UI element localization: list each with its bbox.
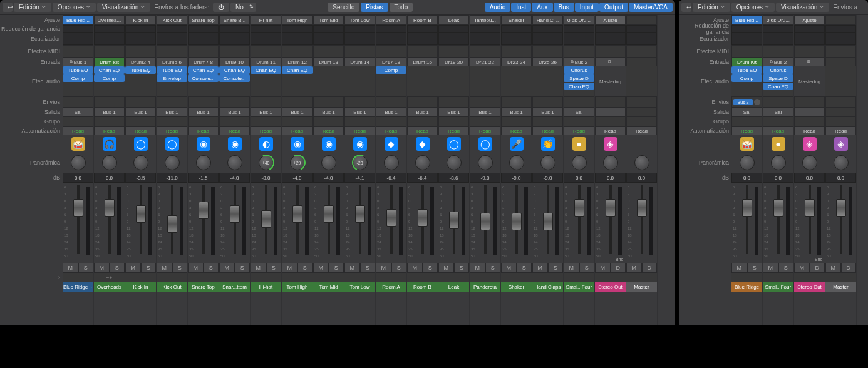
dim-button[interactable]: D <box>810 263 825 273</box>
solo-button[interactable]: S <box>485 263 501 273</box>
fader-cap[interactable] <box>73 199 83 217</box>
output-button[interactable]: Bus 1 <box>438 108 469 116</box>
eq-thumbnail[interactable] <box>344 33 375 45</box>
output-button[interactable]: Bus 1 <box>157 108 187 116</box>
output-button[interactable]: Bus 1 <box>219 108 250 116</box>
input-button[interactable]: Dr25-26 <box>532 58 563 66</box>
solo-button[interactable]: S <box>235 263 251 273</box>
dim-button[interactable]: D <box>841 263 857 273</box>
db-readout[interactable]: -9,0 <box>532 173 563 183</box>
input-button[interactable]: Drum 13 <box>313 58 344 66</box>
group-slot[interactable] <box>438 116 469 126</box>
eq-thumbnail[interactable] <box>501 33 532 45</box>
menu-edicion[interactable]: Edición ﹀ <box>693 3 730 12</box>
output-button[interactable]: Bus 1 <box>470 108 500 116</box>
pan-knob[interactable] <box>102 155 117 170</box>
view-todo[interactable]: Todo <box>390 3 413 12</box>
pan-knob[interactable] <box>572 155 587 170</box>
mute-button[interactable]: M <box>564 263 579 273</box>
midi-fx-slot[interactable] <box>825 45 856 58</box>
midi-fx-slot[interactable] <box>501 45 532 58</box>
group-slot[interactable] <box>532 116 563 126</box>
insert-slot[interactable]: Comp <box>63 74 93 82</box>
track-name[interactable]: Leak <box>438 282 469 292</box>
output-button[interactable]: Bus 1 <box>376 108 406 116</box>
db-readout[interactable]: 0,0 <box>794 173 825 183</box>
input-button[interactable]: Dr19-20 <box>438 58 469 66</box>
insert-slot[interactable]: Chan EQ <box>251 66 281 74</box>
group-slot[interactable] <box>825 116 856 126</box>
track-icon[interactable]: ◉ <box>291 137 304 151</box>
track-icon[interactable]: ◉ <box>322 137 336 151</box>
eq-thumbnail[interactable] <box>63 33 93 45</box>
sends-row[interactable] <box>282 96 313 108</box>
output-button[interactable]: Bus 1 <box>313 108 344 116</box>
fader-cap[interactable] <box>355 205 365 223</box>
group-slot[interactable] <box>731 116 762 126</box>
mute-button[interactable]: M <box>501 263 517 273</box>
fader-cap[interactable] <box>742 199 752 217</box>
db-readout[interactable]: -4,0 <box>313 173 344 183</box>
input-button[interactable]: ⧉Bus 2 <box>763 58 793 66</box>
track-icon[interactable]: ◉ <box>197 137 210 151</box>
mute-button[interactable]: M <box>595 263 611 273</box>
preset-button[interactable]: Tambou... <box>470 15 500 25</box>
db-readout[interactable]: -9,0 <box>470 173 500 183</box>
mute-button[interactable]: M <box>794 263 810 273</box>
input-button[interactable]: Dr23-24 <box>501 58 532 66</box>
pan-knob[interactable] <box>834 155 849 170</box>
pan-knob[interactable] <box>540 155 555 170</box>
sends-row[interactable] <box>438 96 469 108</box>
output-button[interactable]: Bus 1 <box>125 108 156 116</box>
midi-fx-slot[interactable] <box>282 45 313 58</box>
filter-master[interactable]: Master/VCA <box>629 3 673 12</box>
automation-mode[interactable]: Read <box>157 126 187 135</box>
eq-thumbnail[interactable] <box>532 33 563 45</box>
track-icon[interactable]: 🥁 <box>71 137 85 151</box>
solo-button[interactable]: S <box>391 263 407 273</box>
expand-icon[interactable]: + <box>110 275 113 280</box>
preset-button[interactable]: Tom High <box>282 15 313 25</box>
back-button[interactable]: ↩ <box>681 3 691 12</box>
insert-slot[interactable]: Chorus <box>564 66 594 74</box>
track-name[interactable]: Stereo Out <box>595 282 626 292</box>
automation-mode[interactable]: Read <box>825 126 856 135</box>
pan-knob[interactable] <box>71 155 86 170</box>
midi-fx-slot[interactable] <box>94 45 125 58</box>
input-button[interactable]: Drum7-8 <box>188 58 219 66</box>
view-pistas[interactable]: Pistas <box>361 3 388 12</box>
fader-cap[interactable] <box>136 205 146 223</box>
group-slot[interactable] <box>763 116 793 126</box>
eq-thumbnail[interactable] <box>219 33 250 45</box>
pan-knob[interactable] <box>740 155 755 170</box>
track-icon[interactable]: ● <box>772 137 785 151</box>
input-button[interactable]: Drum3-4 <box>125 58 156 66</box>
solo-button[interactable]: S <box>579 263 595 273</box>
group-slot[interactable] <box>564 116 594 126</box>
group-slot[interactable] <box>157 116 187 126</box>
mute-button[interactable]: M <box>731 263 747 273</box>
sends-row[interactable] <box>344 96 375 108</box>
pan-knob[interactable] <box>603 155 618 170</box>
automation-mode[interactable]: Read <box>125 126 156 135</box>
preset-button[interactable]: Shaker <box>501 15 532 25</box>
track-icon[interactable]: 🎧 <box>103 137 116 151</box>
mute-button[interactable]: M <box>157 263 172 273</box>
fader-cap[interactable] <box>773 199 783 217</box>
menu-opciones[interactable]: Opciones ﹀ <box>731 3 775 12</box>
group-slot[interactable] <box>188 116 219 126</box>
midi-fx-slot[interactable] <box>470 45 500 58</box>
track-icon[interactable]: 🎤 <box>510 137 524 151</box>
sends-row[interactable] <box>125 96 156 108</box>
track-name[interactable]: Shaker <box>501 282 532 292</box>
midi-fx-slot[interactable] <box>763 45 793 58</box>
db-readout[interactable]: 0,0 <box>731 173 762 183</box>
fader-cap[interactable] <box>261 210 271 228</box>
mute-button[interactable]: M <box>188 263 204 273</box>
db-readout[interactable]: 0,0 <box>94 173 125 183</box>
midi-fx-slot[interactable] <box>438 45 469 58</box>
output-button[interactable]: Bus 1 <box>344 108 375 116</box>
solo-button[interactable]: S <box>548 263 564 273</box>
output-button[interactable]: Bus 1 <box>251 108 281 116</box>
preset-button[interactable]: Blue Rid... <box>63 15 93 25</box>
